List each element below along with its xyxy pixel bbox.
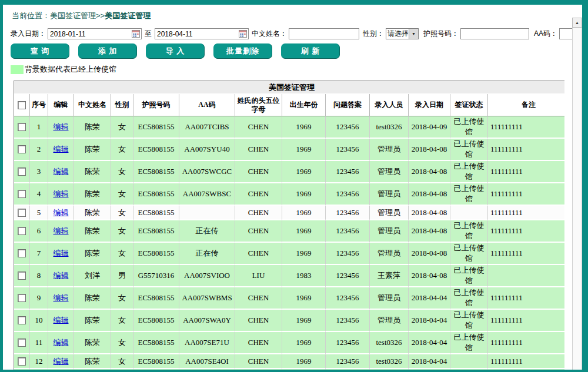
passport-input[interactable]: [460, 28, 529, 39]
cell-passport: G55710316: [133, 265, 179, 287]
row-checkbox[interactable]: [18, 190, 26, 198]
cell-surname: CHEN: [235, 206, 282, 220]
vertical-scrollbar[interactable]: ▲: [572, 18, 582, 370]
date-from-wrap: [48, 28, 142, 39]
table-row: 12 编辑 陈荣 女 EC5808155 AA007SE4OI CHEN 196…: [14, 354, 564, 369]
cell-index: 13: [30, 369, 48, 370]
edit-link[interactable]: 编辑: [54, 338, 69, 347]
cell-birth-year: 1969: [282, 310, 326, 332]
date-to-input[interactable]: [155, 28, 249, 39]
search-button[interactable]: 查 询: [11, 43, 69, 59]
cell-visa-status: 已上传使馆: [450, 220, 488, 243]
cell-passport: EC5808155: [133, 183, 179, 206]
cell-remark: 111111111: [488, 287, 564, 310]
breadcrumb-path: 美国签证管理>>: [50, 11, 105, 20]
row-checkbox-cell: [14, 332, 30, 354]
cell-answer: 123456: [326, 161, 370, 183]
row-checkbox[interactable]: [18, 123, 26, 131]
cell-passport: EC5808155: [133, 354, 179, 369]
cell-passport: EC5808155: [133, 332, 179, 354]
cell-passport: EC5808155: [133, 116, 179, 139]
date-from-input[interactable]: [48, 28, 142, 39]
cell-edit: 编辑: [48, 243, 74, 265]
row-checkbox[interactable]: [18, 357, 26, 366]
cell-entry-date: 2018-04-04: [409, 354, 450, 369]
edit-link[interactable]: 编辑: [54, 293, 69, 302]
gender-select[interactable]: 请选择 ▼: [386, 28, 419, 39]
date-label: 录入日期：: [11, 29, 46, 39]
cell-remark: 111111111: [488, 310, 564, 332]
cell-chinese-name: 陈荣: [74, 310, 111, 332]
cell-passport: EC5808155: [133, 220, 179, 243]
edit-link[interactable]: 编辑: [54, 145, 69, 153]
cell-visa-status: 已上传使馆: [450, 161, 488, 183]
cell-entry-date: 2018-04-04: [409, 310, 450, 332]
table-header-row: 序号编辑中文姓名性别护照号码AA码姓氏的头五位 字母出生年份问题答案录入人员录入…: [14, 94, 564, 116]
cell-birth-year: 1969: [282, 220, 326, 243]
scroll-up-icon[interactable]: ▲: [572, 18, 582, 28]
cell-remark: 111111111: [488, 183, 564, 206]
row-checkbox[interactable]: [18, 227, 26, 235]
cell-edit: 编辑: [48, 183, 74, 206]
gender-select-value: 请选择: [386, 29, 409, 39]
cell-gender: 女: [111, 183, 133, 206]
cell-answer: 123456: [326, 369, 370, 370]
calendar-icon[interactable]: [132, 30, 140, 38]
row-checkbox[interactable]: [18, 294, 26, 302]
edit-link[interactable]: 编辑: [54, 271, 69, 280]
row-checkbox[interactable]: [18, 249, 26, 257]
row-checkbox[interactable]: [18, 145, 26, 153]
row-checkbox[interactable]: [18, 272, 26, 280]
edit-link[interactable]: 编辑: [54, 249, 69, 257]
cell-entry-date: 2018-04-08: [409, 265, 450, 287]
add-button[interactable]: 添 加: [78, 43, 137, 59]
cell-visa-status: 已上传使馆: [450, 116, 488, 139]
cell-surname: CHEN: [235, 354, 282, 369]
row-checkbox[interactable]: [18, 316, 26, 324]
cell-remark: 111111111: [488, 206, 564, 220]
edit-link[interactable]: 编辑: [54, 357, 69, 366]
edit-link[interactable]: 编辑: [54, 122, 69, 131]
cell-index: 3: [30, 161, 48, 183]
chinese-name-input[interactable]: [289, 28, 359, 39]
aa-code-label: AA码：: [534, 29, 557, 39]
row-checkbox[interactable]: [18, 339, 26, 347]
edit-link[interactable]: 编辑: [54, 167, 69, 176]
row-checkbox-cell: [14, 139, 30, 161]
cell-index: 10: [30, 310, 48, 332]
batch-delete-button[interactable]: 批量删除: [213, 43, 272, 59]
edit-link[interactable]: 编辑: [54, 189, 69, 198]
row-checkbox[interactable]: [18, 167, 26, 176]
cell-chinese-name: 陈荣: [74, 139, 111, 161]
cell-birth-year: 1969: [282, 243, 326, 265]
cell-birth-year: 1969: [282, 183, 326, 206]
cell-gender: 女: [111, 243, 133, 265]
page: 当前位置：美国签证管理>>美国签证管理 录入日期： 至: [3, 5, 582, 370]
cell-aa-code: [179, 206, 235, 220]
table-row: 11 编辑 陈荣 女 EC5808155 AA007SE71U CHEN 196…: [14, 332, 564, 354]
select-all-checkbox[interactable]: [18, 101, 26, 109]
edit-link[interactable]: 编辑: [54, 316, 69, 324]
breadcrumb-label: 当前位置：: [12, 11, 50, 20]
edit-link[interactable]: 编辑: [54, 226, 69, 235]
cell-operator: test0326: [370, 354, 409, 369]
cell-index: 2: [30, 139, 48, 161]
cell-operator: 管理员: [370, 183, 409, 206]
cell-entry-date: 2018-04-08: [409, 220, 450, 243]
import-button[interactable]: 导 入: [146, 43, 205, 59]
cell-visa-status: [450, 206, 488, 220]
cell-operator: 管理员: [370, 220, 409, 243]
edit-link[interactable]: 编辑: [54, 208, 69, 217]
calendar-icon[interactable]: [239, 30, 247, 38]
column-header: 备注: [488, 94, 564, 116]
scrollbar-track[interactable]: [572, 28, 582, 370]
cell-visa-status: 已上传使馆: [450, 243, 488, 265]
row-checkbox[interactable]: [18, 209, 26, 217]
column-header: 录入日期: [409, 94, 450, 116]
chevron-down-icon[interactable]: ▼: [409, 29, 418, 39]
cell-chinese-name: 陈荣: [74, 332, 111, 354]
cell-passport: EC5808155: [133, 139, 179, 161]
cell-operator: test0326: [370, 332, 409, 354]
cell-aa-code: AA007S9AY8: [179, 369, 235, 370]
refresh-button[interactable]: 刷 新: [281, 43, 340, 59]
